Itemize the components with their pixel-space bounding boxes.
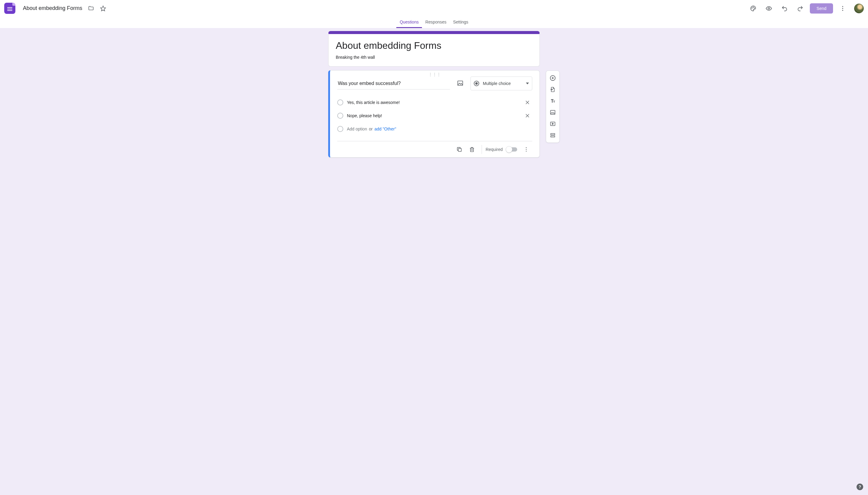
option-text-input[interactable]: Nope, please help! [347,113,523,118]
svg-rect-9 [458,148,461,151]
section-icon [550,132,556,138]
form-title[interactable]: About embedding Forms [336,40,532,51]
form-canvas: About embedding Forms Breaking the 4th w… [0,28,868,495]
option-radio-icon [337,113,343,119]
add-image-button[interactable] [547,107,558,118]
form-description[interactable]: Breaking the 4th wall [336,55,532,59]
preview-button[interactable] [763,2,775,15]
help-button[interactable]: ? [856,483,863,490]
add-section-button[interactable] [547,130,558,141]
palette-icon [750,5,756,12]
editor-tabs: Questions Responses Settings [0,17,868,28]
tab-questions[interactable]: Questions [396,17,422,28]
tab-responses[interactable]: Responses [422,17,450,28]
chevron-down-icon [526,83,529,84]
send-button[interactable]: Send [810,3,833,14]
trash-icon [469,147,475,152]
add-other-button[interactable]: add "Other" [374,126,396,131]
more-vertical-icon [523,147,529,152]
required-label: Required [486,147,503,152]
svg-rect-17 [551,136,555,137]
svg-point-7 [842,10,843,11]
svg-point-3 [754,7,755,8]
redo-button[interactable] [794,2,806,15]
duplicate-question-button[interactable] [453,143,465,155]
close-icon [525,100,530,105]
close-icon [525,113,530,118]
image-icon [457,80,463,86]
svg-point-11 [526,149,527,150]
text-icon [550,98,556,104]
topbar-actions: Send [747,2,864,15]
import-questions-button[interactable] [547,84,558,95]
account-avatar[interactable] [854,4,864,13]
add-option-row: Add option or add "Other" [337,122,532,136]
redo-icon [797,5,803,12]
duplicate-icon [456,147,462,152]
undo-button[interactable] [779,2,790,15]
form-container: About embedding Forms Breaking the 4th w… [328,31,540,157]
remove-option-button[interactable] [523,111,532,120]
floating-toolbar [546,70,560,143]
add-title-button[interactable] [547,96,558,106]
options-list: Yes, this article is awesome! Nope, plea… [337,96,532,136]
svg-point-6 [842,8,843,9]
option-radio-icon [337,126,343,132]
svg-point-10 [526,147,527,148]
svg-marker-0 [101,6,106,11]
undo-icon [781,5,788,12]
document-title[interactable]: About embedding Forms [21,4,84,12]
more-vertical-icon [839,5,846,12]
eye-icon [766,5,772,12]
forms-logo-icon[interactable] [4,3,15,14]
add-option-button[interactable]: Add option [347,126,367,131]
question-type-dropdown[interactable]: Multiple choice [471,76,532,90]
option-radio-icon [337,99,343,105]
add-question-button[interactable] [547,73,558,83]
star-button[interactable] [98,4,108,13]
folder-icon [88,5,94,12]
more-menu-button[interactable] [837,2,849,15]
svg-point-12 [526,151,527,152]
plus-circle-icon [549,75,556,81]
required-toggle[interactable] [506,147,517,152]
option-row: Nope, please help! [337,109,532,122]
svg-rect-14 [551,110,555,114]
app-topbar: About embedding Forms Send [0,0,868,17]
delete-question-button[interactable] [466,143,478,155]
import-icon [550,86,556,92]
question-footer: Required [337,141,532,157]
image-icon [550,109,556,115]
add-image-to-question-button[interactable] [455,78,466,89]
svg-point-2 [753,6,753,7]
question-text-input[interactable] [337,78,450,89]
svg-rect-8 [458,81,463,86]
remove-option-button[interactable] [523,98,532,107]
add-video-button[interactable] [547,118,558,129]
option-row: Yes, this article is awesome! [337,96,532,109]
svg-point-5 [842,6,843,6]
svg-point-4 [768,7,770,9]
svg-point-1 [752,7,752,8]
option-text-input[interactable]: Yes, this article is awesome! [347,100,523,105]
tab-settings[interactable]: Settings [450,17,472,28]
question-card[interactable]: ⋮⋮⋮ Multiple choice Yes, this artic [328,70,540,157]
question-type-label: Multiple choice [483,81,511,86]
customize-theme-button[interactable] [747,2,759,15]
question-more-button[interactable] [520,143,532,155]
radio-icon [474,81,479,86]
drag-handle-icon[interactable]: ⋮⋮⋮ [429,72,441,76]
form-header-card[interactable]: About embedding Forms Breaking the 4th w… [328,31,540,67]
move-to-folder-button[interactable] [86,4,96,13]
svg-rect-16 [551,134,555,135]
or-label: or [369,126,373,131]
video-icon [550,121,556,127]
star-icon [100,5,106,12]
